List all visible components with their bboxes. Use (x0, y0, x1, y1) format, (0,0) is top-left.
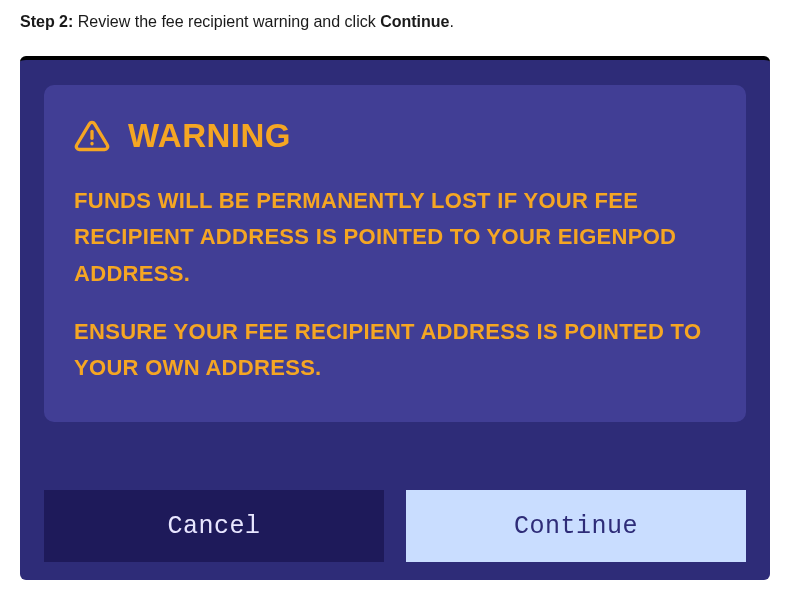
warning-modal: WARNING FUNDS WILL BE PERMANENTLY LOST I… (20, 56, 770, 580)
continue-button[interactable]: Continue (406, 490, 746, 562)
warning-paragraph-2: ENSURE YOUR FEE RECIPIENT ADDRESS IS POI… (74, 314, 716, 387)
warning-header: WARNING (74, 117, 716, 155)
warning-triangle-icon (74, 118, 110, 154)
instruction-bold-word: Continue (380, 13, 449, 30)
warning-title: WARNING (128, 117, 291, 155)
warning-card: WARNING FUNDS WILL BE PERMANENTLY LOST I… (44, 85, 746, 422)
cancel-button[interactable]: Cancel (44, 490, 384, 562)
warning-paragraph-1: FUNDS WILL BE PERMANENTLY LOST IF YOUR F… (74, 183, 716, 292)
button-row: Cancel Continue (44, 490, 746, 562)
instruction-text-before: Review the fee recipient warning and cli… (73, 13, 380, 30)
instruction-text-after: . (450, 13, 454, 30)
step-instruction: Step 2: Review the fee recipient warning… (20, 10, 770, 34)
step-label: Step 2: (20, 13, 73, 30)
